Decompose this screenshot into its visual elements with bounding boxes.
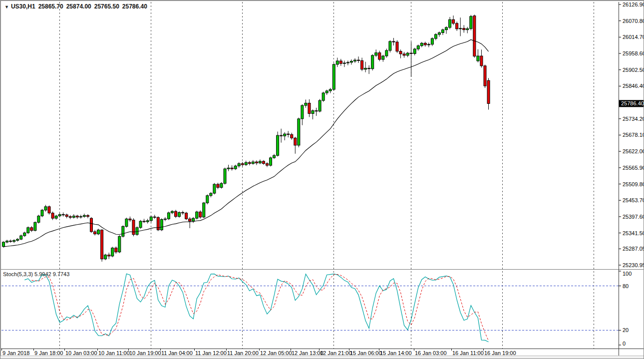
candle-bull	[406, 53, 409, 55]
candle-bull	[298, 119, 300, 145]
candle-bull	[213, 184, 216, 193]
candle-bull	[136, 228, 138, 235]
candle-bear	[368, 68, 370, 69]
candle-bull	[220, 183, 223, 187]
candle-bull	[58, 215, 61, 216]
ohlc-high-value: 25874.00	[66, 3, 91, 10]
candle-bull	[389, 41, 391, 50]
candle-bull	[312, 111, 314, 114]
price-tick-label: 25902.50	[623, 67, 644, 73]
symbol-dropdown-icon[interactable]: ▼	[4, 4, 9, 9]
candle-bear	[308, 103, 311, 113]
candle-bull	[37, 216, 40, 223]
candle-bull	[431, 38, 433, 44]
candle-bear	[9, 241, 12, 242]
candle-bull	[325, 91, 328, 93]
price-tick-label: 26126.90	[623, 1, 644, 7]
candle-bull	[192, 218, 195, 221]
candle-bull	[350, 61, 352, 62]
price-tick-label: 25341.50	[623, 230, 644, 236]
candle-bull	[72, 216, 75, 218]
price-tick-label: 25453.70	[623, 197, 644, 203]
price-tick-label: 25846.40	[623, 83, 644, 89]
candle-bull	[413, 49, 416, 53]
candle-bear	[473, 16, 476, 56]
candle-bear	[62, 215, 64, 215]
price-tick-label: 25509.80	[623, 181, 644, 187]
price-tick-label: 26070.80	[623, 18, 644, 24]
time-axis[interactable]: 9 Jan 20189 Jan 18:0010 Jan 03:0010 Jan …	[2, 349, 516, 356]
candle-bear	[157, 217, 159, 230]
candle-bull	[206, 196, 209, 203]
candle-bull	[322, 93, 324, 100]
candle-bull	[234, 166, 237, 169]
price-tick-label: 25622.00	[623, 148, 644, 154]
candle-bear	[480, 56, 483, 66]
candle-bear	[248, 162, 251, 163]
candle-bear	[339, 61, 342, 63]
candle-bull	[238, 164, 240, 166]
candle-bull	[336, 61, 338, 64]
candle-bear	[101, 230, 103, 259]
candle-bear	[185, 213, 188, 219]
candle-bear	[86, 215, 89, 216]
candle-bull	[434, 34, 437, 38]
candle-bull	[167, 213, 170, 219]
candle-bear	[287, 134, 290, 134]
price-tick-label: 25230.95	[623, 262, 644, 268]
price-axis[interactable]: 26126.9026070.8026014.7025958.6025902.50…	[619, 1, 644, 268]
stoch-tick-label: 0	[623, 341, 626, 347]
candle-bull	[375, 53, 377, 55]
candle-bear	[153, 217, 156, 217]
candle-bear	[182, 213, 184, 213]
price-tick-label: 25565.90	[623, 165, 644, 171]
candle-bear	[315, 111, 318, 111]
candle-bull	[160, 219, 163, 230]
candle-bull	[111, 248, 114, 256]
candle-bear	[410, 53, 412, 53]
candle-bear	[487, 80, 490, 103]
chart-canvas[interactable]: 26126.9026070.8026014.7025958.6025902.50…	[0, 0, 644, 359]
candle-bull	[210, 193, 212, 196]
candle-bull	[319, 100, 321, 111]
candle-bear	[129, 219, 131, 220]
candle-bear	[357, 60, 360, 60]
candle-bull	[2, 242, 5, 247]
price-tick-label: 25397.60	[623, 214, 644, 220]
candle-bear	[217, 184, 219, 187]
candle-bull	[284, 134, 286, 136]
candle-bull	[332, 64, 335, 89]
candle-bear	[255, 162, 258, 163]
candle-bear	[403, 54, 405, 55]
price-tick-label: 25287.05	[623, 246, 644, 252]
window-bottom-edge	[0, 356, 644, 359]
chart-header: ▼US30,H125865.7025874.0025765.5025786.40	[4, 3, 150, 10]
candle-bear	[399, 51, 402, 54]
chart-plot-area[interactable]	[1, 2, 618, 348]
candle-bull	[259, 161, 261, 163]
candle-bear	[456, 23, 458, 29]
candle-bull	[104, 255, 107, 259]
candle-bear	[132, 220, 135, 235]
candle-bear	[396, 42, 398, 51]
candle-bear	[48, 207, 50, 213]
candle-bull	[23, 233, 26, 236]
price-tag-text: 25786.40	[621, 100, 644, 106]
candle-bull	[245, 162, 247, 165]
candle-bull	[164, 219, 166, 219]
price-tick-label: 26014.70	[623, 34, 644, 40]
candle-bull	[466, 28, 469, 29]
candle-bear	[30, 228, 33, 231]
price-tick-label: 25958.60	[623, 50, 644, 56]
ohlc-low-value: 25765.50	[94, 3, 119, 10]
chart-window: ▼US30,H125865.7025874.0025765.5025786.40…	[0, 0, 644, 359]
candle-bull	[139, 221, 142, 228]
candle-bear	[51, 213, 54, 218]
candle-bear	[241, 164, 244, 165]
candle-bear	[361, 60, 363, 69]
candle-bear	[115, 248, 117, 252]
stoch-axis[interactable]: 10080200	[619, 271, 632, 347]
candle-bear	[266, 164, 269, 165]
ohlc-open-value: 25865.70	[38, 3, 63, 10]
candle-bull	[420, 43, 423, 45]
